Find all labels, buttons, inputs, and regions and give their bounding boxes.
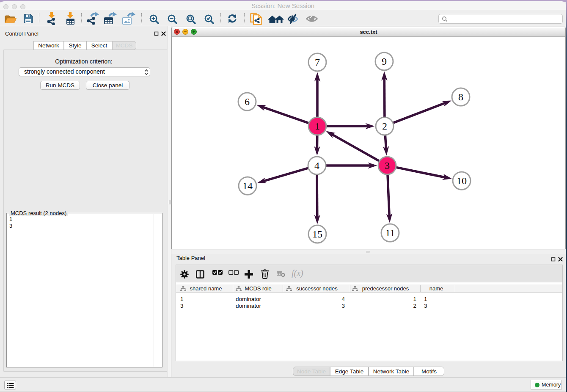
svg-text:9: 9 bbox=[382, 56, 387, 67]
svg-text:2: 2 bbox=[382, 121, 387, 132]
svg-text:11: 11 bbox=[385, 227, 395, 238]
svg-text:15: 15 bbox=[312, 229, 322, 240]
svg-text:8: 8 bbox=[458, 91, 463, 102]
svg-text:14: 14 bbox=[242, 180, 253, 191]
svg-text:10: 10 bbox=[457, 175, 467, 186]
svg-text:1: 1 bbox=[315, 121, 320, 132]
svg-text:7: 7 bbox=[315, 57, 320, 68]
svg-text:4: 4 bbox=[314, 160, 319, 171]
svg-text:6: 6 bbox=[245, 96, 250, 107]
svg-text:3: 3 bbox=[385, 160, 390, 171]
